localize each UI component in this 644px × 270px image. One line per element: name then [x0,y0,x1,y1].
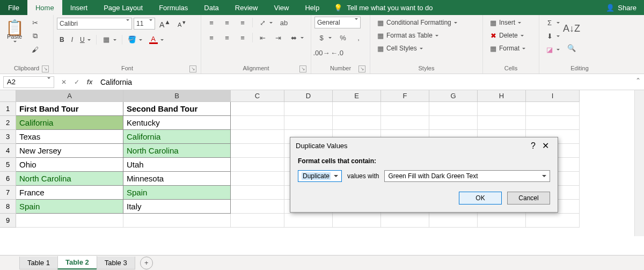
cell-C9[interactable] [231,214,284,228]
dialog-help-button[interactable]: ? [528,141,539,151]
column-header-H[interactable]: H [478,90,526,102]
format-style-select[interactable]: Green Fill with Dark Green Text [384,170,550,182]
cell-B3[interactable]: California [123,130,231,144]
fill-button[interactable]: ⬇ [543,30,562,42]
tab-file[interactable]: File [0,0,27,15]
row-header-5[interactable]: 5 [0,158,16,172]
tab-data[interactable]: Data [196,0,226,15]
increase-decimal-button[interactable]: .00→ [314,47,328,59]
font-color-button[interactable]: A [147,34,166,46]
tab-view[interactable]: View [266,0,297,15]
cell-I2[interactable] [526,116,580,130]
merge-button[interactable]: ⬌ [287,32,306,43]
cell-B9[interactable] [123,214,231,228]
clipboard-dialog-launcher[interactable]: ↘ [42,65,49,72]
cell-B7[interactable]: Spain [123,186,231,200]
cell-F9[interactable] [381,214,429,228]
sheet-tab-1[interactable]: Table 1 [19,257,58,269]
currency-button[interactable]: $ [314,32,334,43]
autosum-button[interactable]: Σ [543,17,562,28]
cell-C2[interactable] [231,116,284,130]
orientation-button[interactable]: ⤢ [255,17,275,28]
row-header-1[interactable]: 1 [0,102,16,116]
column-header-G[interactable]: G [429,90,478,102]
sheet-tab-3[interactable]: Table 3 [97,257,135,269]
cell-A4[interactable]: New Jersey [16,144,123,158]
font-dialog-launcher[interactable]: ↘ [189,65,196,72]
column-header-D[interactable]: D [284,90,333,102]
cell-B5[interactable]: Utah [123,158,231,172]
wrap-text-button[interactable]: ab [277,17,291,28]
cell-C6[interactable] [231,172,284,186]
cell-H2[interactable] [478,116,526,130]
font-name-select[interactable]: Calibri [57,18,132,30]
tab-formulas[interactable]: Formulas [151,0,196,15]
cell-I1[interactable] [526,102,580,116]
format-as-table-button[interactable]: ▦Format as Table [374,30,475,41]
align-center-button[interactable]: ≡ [220,32,234,43]
align-left-button[interactable]: ≡ [204,32,218,43]
cell-A5[interactable]: Ohio [16,158,123,172]
cell-styles-button[interactable]: ▦Cell Styles [374,42,475,54]
insert-cells-button[interactable]: ▦Insert [486,17,535,28]
column-header-F[interactable]: F [381,90,429,102]
cut-button[interactable]: ✂ [28,17,42,28]
cell-I9[interactable] [526,214,580,228]
cell-B1[interactable]: Second Band Tour [123,102,231,116]
cell-B4[interactable]: North Carolina [123,144,231,158]
row-header-7[interactable]: 7 [0,186,16,200]
confirm-entry-button[interactable]: ✓ [70,76,83,88]
delete-cells-button[interactable]: ✖Delete [486,30,535,41]
cell-C1[interactable] [231,102,284,116]
cancel-button[interactable]: Cancel [507,192,550,205]
paste-button[interactable]: 📋 Paste [3,17,26,54]
tab-insert[interactable]: Insert [62,0,96,15]
cell-G9[interactable] [429,214,478,228]
decrease-indent-button[interactable]: ⇤ [255,32,269,43]
tab-page-layout[interactable]: Page Layout [96,0,151,15]
column-header-A[interactable]: A [16,90,123,102]
borders-button[interactable]: ▦ [99,34,119,46]
row-header-3[interactable]: 3 [0,130,16,144]
vertical-scrollbar[interactable] [634,90,644,236]
formula-input[interactable] [96,76,644,88]
bold-button[interactable]: B [57,34,67,46]
cell-D1[interactable] [284,102,333,116]
new-sheet-button[interactable]: + [140,257,153,269]
cell-A2[interactable]: California [16,116,123,130]
cell-A7[interactable]: France [16,186,123,200]
align-top-button[interactable]: ≡ [204,17,218,28]
italic-button[interactable]: I [69,34,76,46]
row-header-2[interactable]: 2 [0,116,16,130]
cell-A8[interactable]: Spain [16,200,123,214]
row-header-6[interactable]: 6 [0,172,16,186]
row-header-9[interactable]: 9 [0,214,16,228]
cell-B2[interactable]: Kentucky [123,116,231,130]
align-middle-button[interactable]: ≡ [220,17,234,28]
conditional-formatting-button[interactable]: ▦Conditional Formatting [374,17,475,28]
comma-button[interactable]: , [352,32,365,43]
tab-review[interactable]: Review [227,0,266,15]
percent-button[interactable]: % [336,32,350,43]
insert-function-button[interactable]: fx [83,76,96,88]
cell-G1[interactable] [429,102,478,116]
column-header-B[interactable]: B [123,90,231,102]
share-button[interactable]: 👤 Share [598,0,644,15]
ok-button[interactable]: OK [459,192,502,205]
cell-C7[interactable] [231,186,284,200]
row-header-8[interactable]: 8 [0,200,16,214]
font-size-select[interactable]: 11 [134,18,155,30]
alignment-dialog-launcher[interactable]: ↘ [299,65,306,72]
sheet-tab-2[interactable]: Table 2 [57,256,97,269]
cancel-entry-button[interactable]: ✕ [57,76,70,88]
row-header-4[interactable]: 4 [0,144,16,158]
cell-C8[interactable] [231,200,284,214]
cell-A1[interactable]: First Band Tour [16,102,123,116]
format-cells-button[interactable]: ▦Format [486,42,535,54]
cell-C5[interactable] [231,158,284,172]
cell-C4[interactable] [231,144,284,158]
cell-F1[interactable] [381,102,429,116]
format-painter-button[interactable]: 🖌 [28,43,42,55]
increase-indent-button[interactable]: ⇥ [271,32,285,43]
name-box[interactable]: A2 [3,76,54,88]
